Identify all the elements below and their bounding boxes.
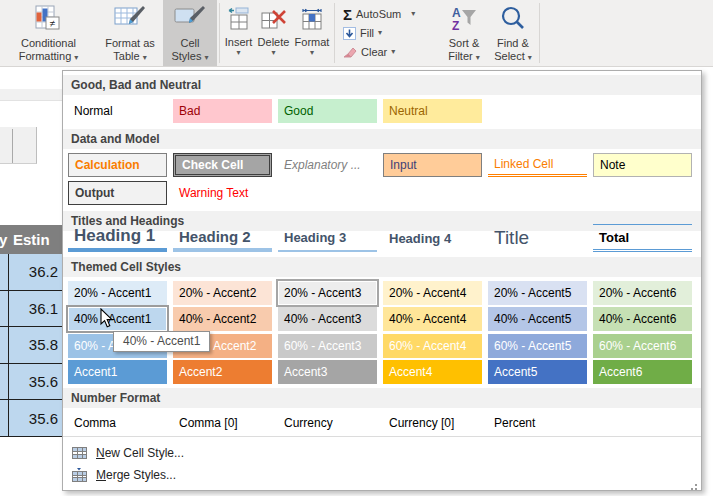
style-currency[interactable]: Currency (278, 411, 377, 435)
table-header-cell[interactable]: y Estin (0, 225, 63, 254)
format-cells-icon (299, 4, 325, 34)
section-header-number-format: Number Format (63, 388, 701, 408)
style-60-accent4[interactable]: 60% - Accent4 (383, 334, 482, 358)
style-40-accent1[interactable]: 40% - Accent1 (68, 307, 167, 331)
merge-styles-item[interactable]: Merge Styles... (63, 464, 363, 485)
style-40-accent5[interactable]: 40% - Accent5 (488, 307, 587, 331)
button-label: Format as (105, 37, 155, 50)
svg-text:Z: Z (452, 19, 459, 33)
chevron-down-icon: ▾ (476, 53, 480, 62)
table-row[interactable]: 35.8 (0, 327, 63, 364)
table-body: 36.2 36.1 35.8 35.6 35.6 (0, 254, 63, 437)
style-title[interactable]: Title (488, 224, 587, 252)
style-bad[interactable]: Bad (173, 99, 272, 123)
style-input[interactable]: Input (383, 153, 482, 177)
style-60-accent5[interactable]: 60% - Accent5 (488, 334, 587, 358)
style-heading-2[interactable]: Heading 2 (173, 224, 272, 252)
menu-item-label: New Cell Style... (96, 446, 184, 460)
chevron-down-icon: ▾ (271, 49, 275, 57)
style-accent4[interactable]: Accent4 (383, 360, 482, 384)
sort-filter-button[interactable]: A Z Sort & Filter ▾ (439, 0, 489, 66)
table-row[interactable]: 35.6 (0, 364, 63, 401)
excel-window: ≠ Conditional Formatting ▾ Format as Tab… (0, 0, 713, 496)
style-60-accent3[interactable]: 60% - Accent3 (278, 334, 377, 358)
ribbon-group-divider (539, 3, 540, 63)
style-accent2[interactable]: Accent2 (173, 360, 272, 384)
style-heading-3[interactable]: Heading 3 (278, 224, 377, 252)
data-model-row-1: CalculationCheck CellExplanatory ...Inpu… (63, 153, 701, 177)
ribbon-group-divider (334, 3, 335, 63)
table-row[interactable]: 36.1 (0, 291, 63, 328)
new-cell-style-icon (72, 446, 87, 459)
fill-button[interactable]: Fill ▾ (343, 25, 435, 41)
style-warning-text[interactable]: Warning Text (173, 181, 272, 205)
conditional-formatting-button[interactable]: ≠ Conditional Formatting ▾ (0, 0, 97, 66)
new-cell-style-item[interactable]: New Cell Style... (63, 442, 363, 463)
find-select-button[interactable]: Find & Select ▾ (489, 0, 537, 66)
style-percent[interactable]: Percent (488, 411, 587, 435)
style-linked-cell[interactable]: Linked Cell (488, 153, 587, 177)
format-as-table-button[interactable]: Format as Table ▾ (97, 0, 163, 66)
table-row[interactable]: 35.6 (0, 400, 63, 437)
style-40-accent2[interactable]: 40% - Accent2 (173, 307, 272, 331)
style-heading-1[interactable]: Heading 1 (68, 224, 167, 252)
format-button[interactable]: Format ▾ (292, 0, 332, 66)
style-good[interactable]: Good (278, 99, 377, 123)
style-20-accent6[interactable]: 20% - Accent6 (593, 281, 692, 305)
style-explanatory[interactable]: Explanatory ... (278, 153, 377, 177)
themed-40-row: 40% - Accent140% - Accent240% - Accent34… (63, 307, 701, 331)
cell-styles-button[interactable]: Cell Styles ▾ (163, 0, 217, 66)
button-label: Conditional (21, 37, 76, 50)
style-accent6[interactable]: Accent6 (593, 360, 692, 384)
resize-grip[interactable] (695, 484, 697, 486)
style-total[interactable]: Total (593, 224, 692, 252)
themed-full-row: Accent1Accent2Accent3Accent4Accent5Accen… (63, 360, 701, 384)
chevron-down-icon: ▾ (310, 49, 314, 57)
eraser-icon (343, 46, 357, 58)
style-20-accent5[interactable]: 20% - Accent5 (488, 281, 587, 305)
button-label: Sort & (449, 37, 480, 50)
table-row[interactable]: 36.2 (0, 254, 63, 291)
style-neutral[interactable]: Neutral (383, 99, 482, 123)
svg-text:A: A (452, 6, 461, 20)
section-header-good-bad-neutral: Good, Bad and Neutral (63, 75, 701, 95)
style-currency-0[interactable]: Currency [0] (383, 411, 482, 435)
style-40-accent3[interactable]: 40% - Accent3 (278, 307, 377, 331)
style-20-accent2[interactable]: 20% - Accent2 (173, 281, 272, 305)
style-output[interactable]: Output (68, 181, 167, 205)
good-bad-neutral-row: NormalBadGoodNeutral (63, 99, 701, 123)
ribbon-group-divider (219, 3, 220, 63)
style-40-accent6[interactable]: 40% - Accent6 (593, 307, 692, 331)
chevron-down-icon: ▾ (528, 53, 532, 62)
style-60-accent6[interactable]: 60% - Accent6 (593, 334, 692, 358)
style-note[interactable]: Note (593, 153, 692, 177)
merge-styles-icon (72, 467, 87, 482)
autosum-button[interactable]: Σ AutoSum ▾ (343, 6, 435, 22)
editing-group: Σ AutoSum ▾ Fill ▾ Clear ▾ (337, 0, 439, 66)
style-calculation[interactable]: Calculation (68, 153, 167, 177)
style-normal[interactable]: Normal (68, 99, 167, 123)
style-comma-0[interactable]: Comma [0] (173, 411, 272, 435)
style-accent5[interactable]: Accent5 (488, 360, 587, 384)
style-accent3[interactable]: Accent3 (278, 360, 377, 384)
chevron-down-icon: ▾ (205, 53, 209, 62)
cell-styles-icon (173, 3, 207, 37)
cell-styles-menu: Good, Bad and Neutral NormalBadGoodNeutr… (62, 70, 702, 491)
style-20-accent3[interactable]: 20% - Accent3 (278, 281, 377, 305)
clear-button[interactable]: Clear ▾ (343, 44, 435, 60)
chevron-down-icon: ▾ (411, 10, 415, 18)
format-as-table-icon (113, 3, 147, 37)
insert-button[interactable]: Insert ▾ (222, 0, 255, 66)
tooltip: 40% - Accent1 (113, 331, 210, 352)
svg-text:≠: ≠ (49, 18, 55, 29)
style-20-accent4[interactable]: 20% - Accent4 (383, 281, 482, 305)
style-20-accent1[interactable]: 20% - Accent1 (68, 281, 167, 305)
style-check-cell[interactable]: Check Cell (173, 153, 272, 177)
delete-button[interactable]: Delete ▾ (255, 0, 292, 66)
menu-divider (63, 436, 701, 437)
style-heading-4[interactable]: Heading 4 (383, 224, 482, 252)
worksheet-area: y Estin 36.2 36.1 35.8 35.6 35.6 (0, 68, 63, 496)
style-accent1[interactable]: Accent1 (68, 360, 167, 384)
style-40-accent4[interactable]: 40% - Accent4 (383, 307, 482, 331)
style-comma[interactable]: Comma (68, 411, 167, 435)
